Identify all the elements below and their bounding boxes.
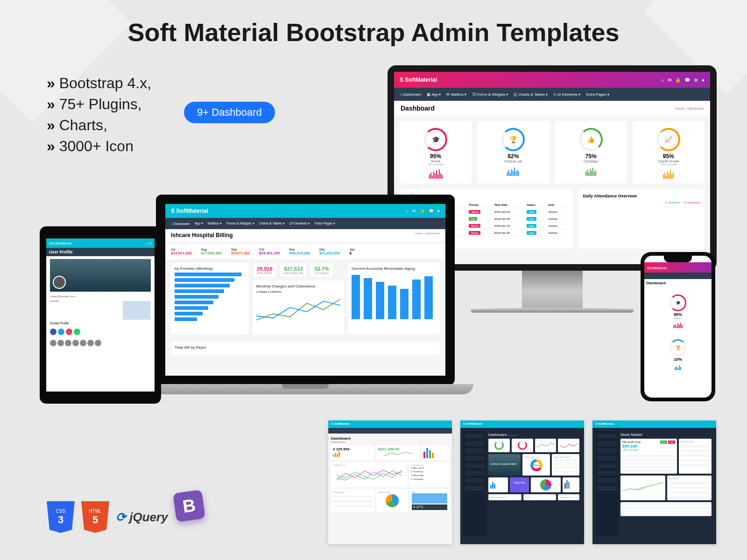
nav-item[interactable]: Charts & Tables ▾ <box>259 222 285 225</box>
phone-heading: Dashboard <box>644 279 712 287</box>
map-thumbnail <box>123 301 151 320</box>
page-title: Soft Material Bootstrap Admin Templates <box>0 0 747 47</box>
profile-info: robert@domain.com Florida <box>50 294 151 303</box>
thumbnail-row: S SoftMaterial Dashboard Control panel 2… <box>328 420 716 544</box>
monthly-panel: Monthly Charges and Collections ● Charge… <box>253 280 344 334</box>
topbar: S SoftMaterial⌕ ≡ <box>46 238 155 248</box>
provider-panel: by Provider (Monthly) <box>171 263 249 334</box>
social-icons <box>50 329 151 335</box>
topbar: S SoftMaterial ⌕ ✉ 🔒 💬 ⚙ ● <box>394 72 710 88</box>
line-chart <box>256 293 340 330</box>
feature-item: 3000+ Icon <box>47 138 151 155</box>
stat-box: 53.7%% of charges <box>310 263 333 278</box>
avatar-list <box>50 340 151 346</box>
mail-icon[interactable]: ✉ <box>668 77 671 83</box>
lock-icon[interactable]: 🔒 <box>420 209 425 213</box>
dashboard-teal: S SoftMaterial ⌕✉🔒💬● ⌂ Dashboard App ▾ M… <box>165 204 445 376</box>
twitter-icon[interactable] <box>58 329 64 335</box>
instagram-icon[interactable] <box>66 329 72 335</box>
aging-chart <box>352 273 436 319</box>
progress-ring: 🎓 <box>424 128 447 151</box>
feature-item: Charts, <box>47 117 151 134</box>
dark-sidebar <box>463 431 486 536</box>
chat-icon[interactable]: 💬 <box>429 209 434 213</box>
nav-item[interactable]: App ▾ <box>194 222 203 225</box>
stat-card: 📈 95% Overall Growth 10% average <box>633 121 705 183</box>
topbar-icons: ⌕ ✉ 🔒 💬 ⚙ ● <box>661 77 705 83</box>
search-icon[interactable]: ⌕ <box>406 209 409 213</box>
nav-item[interactable]: ▦ App ▾ <box>427 92 441 97</box>
breadcrumb: Home > Dashboard <box>675 107 704 110</box>
breadcrumb: Home > Dashboard <box>416 232 440 238</box>
lock-icon[interactable]: 🔒 <box>675 77 681 83</box>
attendance-chart <box>583 207 700 244</box>
profile-photo <box>50 259 151 292</box>
nav-item[interactable]: ◫ Charts & Tables ▾ <box>514 92 548 97</box>
dashboard-count-badge: 9+ Dashboard <box>184 102 275 123</box>
phone-device: S SoftMaterial Dashboard 🎓 95% Result 🏆 … <box>641 252 715 401</box>
nav-item[interactable]: ☰ Forms & Widgets ▾ <box>472 92 508 97</box>
stat-card: 🎓 95% Result 10% average <box>400 121 472 183</box>
nav-item[interactable]: Extra Pages ▾ <box>586 92 609 97</box>
brand-logo: S SoftMaterial <box>400 77 437 83</box>
facebook-icon[interactable] <box>50 329 56 335</box>
feature-item: Bootstrap 4.x, <box>47 75 151 92</box>
avatar-icon[interactable]: ● <box>437 209 440 213</box>
navbar: ⌂ Dashboard ▦ App ▾ ✉ Mailbox ▾ ☰ Forms … <box>394 88 710 101</box>
bootstrap-badge: B <box>173 490 205 522</box>
nav-item[interactable]: ⌂ Dashboard <box>171 222 190 225</box>
nav-item[interactable]: ◇ UI Elements ▾ <box>553 92 580 97</box>
laptop-device: S SoftMaterial ⌕✉🔒💬● ⌂ Dashboard App ▾ M… <box>137 195 473 394</box>
nav-item[interactable]: ✉ Mailbox ▾ <box>446 92 466 97</box>
css3-badge: CSS3 <box>47 501 75 533</box>
brand-logo: S SoftMaterial <box>171 208 208 214</box>
whatsapp-icon[interactable] <box>74 329 80 335</box>
nav-item[interactable]: Extra Pages ▾ <box>315 222 335 225</box>
stat-card: 👍 75% Campaign <box>555 121 627 183</box>
stat-box: 29,918RVU's Worked <box>253 263 277 278</box>
payer-panel: Total AR by Payer <box>171 342 440 355</box>
feature-list: Bootstrap 4.x, 75+ Plugins, Charts, 3000… <box>47 75 151 159</box>
phone-topbar: S SoftMaterial <box>644 262 712 273</box>
provider-chart <box>175 273 245 321</box>
stat-card: 🏆 82% Campus Job <box>477 121 549 183</box>
nav-item[interactable]: ⌂ Dashboard <box>400 92 421 97</box>
tech-badges: CSS3 HTML5 jQuery B <box>47 501 204 533</box>
feature-item: 75+ Plugins, <box>47 96 151 113</box>
nav-item[interactable]: UI Elements ▾ <box>289 222 310 225</box>
nav-item[interactable]: Mailbox ▾ <box>208 222 222 225</box>
progress-ring: 👍 <box>579 128 603 151</box>
attendance-panel: Daily Attendance Overview StudentsEmploy… <box>578 189 705 249</box>
dark-sidebar <box>595 431 619 536</box>
thumbnail-3[interactable]: S SoftMaterial Stock Market Microsoft Co… <box>592 420 716 544</box>
dashboard-heading: Dashboard <box>401 105 435 112</box>
gear-icon[interactable]: ⚙ <box>694 77 698 83</box>
profile-heading: User Profile <box>46 248 155 256</box>
thumbnail-1[interactable]: S SoftMaterial Dashboard Control panel 2… <box>328 420 452 544</box>
months-row: Jul$14,521,633 Aug$17,856,845 Sep$5,875,… <box>165 244 445 259</box>
page-heading: Ishcare Hospital Billing <box>171 232 233 238</box>
stat-box: $27,513Total Charges (TK) <box>280 263 308 278</box>
search-icon[interactable]: ⌕ <box>661 77 664 83</box>
jquery-badge: jQuery <box>116 510 168 525</box>
html5-badge: HTML5 <box>81 501 109 533</box>
thumbnail-2[interactable]: S SoftMaterial Dashboard Ecommerce Contr… <box>460 420 584 544</box>
phone-stat-card: 🎓 95% Result <box>647 290 709 332</box>
aging-panel: Current Accounts Receivable Aging <box>348 263 440 334</box>
progress-ring: 📈 <box>657 128 680 151</box>
chat-icon[interactable]: 💬 <box>684 77 690 83</box>
phone-stat-card: 🏆 10% <box>647 335 709 374</box>
progress-ring: 🏆 <box>501 128 525 151</box>
avatar-icon[interactable]: ● <box>702 77 705 83</box>
tablet-device: S SoftMaterial⌕ ≡ User Profile robert@do… <box>40 226 161 404</box>
nav-item[interactable]: Forms & Widgets ▾ <box>226 222 254 225</box>
mail-icon[interactable]: ✉ <box>412 209 416 213</box>
